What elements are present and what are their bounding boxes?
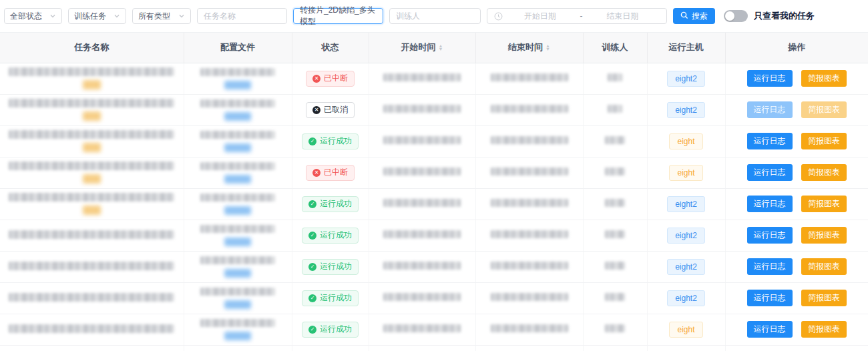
search-button[interactable]: 搜索 — [673, 8, 715, 24]
run-log-button[interactable]: 运行日志 — [747, 227, 793, 244]
task-search-input[interactable]: 转接片_2D缺陷_多头模型 — [293, 8, 383, 24]
status-badge: ✕ 已取消 — [306, 102, 355, 118]
task-tag-redacted — [83, 80, 101, 89]
run-log-button[interactable]: 运行日志 — [747, 321, 793, 338]
run-log-button[interactable]: 运行日志 — [747, 133, 793, 149]
task-tag-redacted — [83, 206, 101, 215]
end-time-redacted — [491, 293, 568, 301]
run-log-button[interactable]: 运行日志 — [747, 101, 793, 118]
task-type-select-value: 训练任务 — [74, 11, 106, 22]
end-time-cell — [475, 251, 583, 282]
end-time-redacted — [491, 167, 568, 176]
task-name-cell — [0, 125, 184, 157]
start-time-cell — [369, 251, 475, 282]
trainer-input[interactable]: 训练人 — [389, 8, 481, 24]
date-start-placeholder: 开始日期 — [503, 11, 578, 22]
trainer-redacted — [605, 293, 625, 301]
status-badge: ✕ 已中断 — [306, 71, 355, 87]
date-range-picker[interactable]: 开始日期 - 结束日期 — [487, 8, 667, 24]
sort-carets-icon[interactable]: ▲▼ — [546, 44, 550, 51]
table-row: ✕ 已中断 eight2 运行日志 简报图表 — [0, 63, 868, 94]
end-time-cell — [475, 220, 583, 251]
task-type-select[interactable]: 训练任务 — [68, 8, 126, 24]
config-file-redacted — [200, 225, 275, 233]
report-chart-button[interactable]: 简报图表 — [801, 101, 847, 118]
end-time-cell — [475, 125, 583, 157]
config-link-redacted[interactable] — [224, 175, 251, 184]
host-tag: eight2 — [667, 259, 705, 275]
check-circle-icon: ✓ — [308, 294, 316, 302]
status-cell: ✕ 已中断 — [292, 157, 369, 188]
trainer-redacted — [608, 73, 622, 81]
start-time-redacted — [383, 262, 461, 270]
my-tasks-toggle[interactable] — [724, 10, 748, 22]
start-time-cell — [369, 282, 475, 314]
config-link-redacted[interactable] — [224, 300, 251, 309]
config-file-redacted — [200, 162, 275, 170]
status-select[interactable]: 全部状态 — [4, 8, 62, 24]
report-chart-button[interactable]: 简报图表 — [801, 290, 847, 306]
host-cell: eight — [647, 157, 725, 188]
col-header-status: 状态 — [292, 33, 369, 63]
run-log-button[interactable]: 运行日志 — [747, 258, 793, 275]
task-name-cell — [0, 220, 184, 251]
task-name-input[interactable]: 任务名称 — [197, 8, 287, 24]
status-badge: ✓ 运行成功 — [302, 228, 359, 244]
run-log-button[interactable]: 运行日志 — [747, 164, 793, 181]
end-time-cell — [475, 188, 583, 220]
trainer-redacted — [608, 105, 622, 113]
trainer-cell — [583, 125, 647, 157]
config-file-cell — [184, 220, 292, 251]
config-link-redacted[interactable] — [224, 269, 251, 278]
run-log-button[interactable]: 运行日志 — [747, 196, 793, 212]
col-header-actions: 操作 — [725, 33, 868, 63]
run-log-button[interactable]: 运行日志 — [747, 290, 793, 306]
trainer-redacted — [605, 136, 625, 144]
actions-cell: 运行日志 简报图表 — [725, 94, 868, 125]
config-link-redacted[interactable] — [224, 81, 251, 89]
table-row: ✓ 运行成功 eight2 运行日志 简报图表 — [0, 282, 868, 314]
config-link-redacted[interactable] — [224, 143, 251, 152]
table-row: ✓ 运行成功 eight2 运行日志 简报图表 — [0, 251, 868, 282]
report-chart-button[interactable]: 简报图表 — [801, 70, 847, 87]
status-badge: ✓ 运行成功 — [302, 290, 359, 306]
start-time-cell — [369, 188, 475, 220]
config-link-redacted[interactable] — [224, 112, 251, 121]
actions-cell: 运行日志 简报图表 — [725, 220, 868, 251]
run-log-button[interactable]: 运行日志 — [747, 70, 793, 87]
config-link-redacted[interactable] — [224, 206, 251, 215]
report-chart-button[interactable]: 简报图表 — [801, 133, 847, 149]
category-select-value: 所有类型 — [138, 11, 170, 22]
trainer-redacted — [605, 262, 625, 270]
start-time-cell — [369, 314, 475, 345]
col-header-config-file: 配置文件 — [184, 33, 292, 63]
table-row: ✕ 已取消 eight2 运行日志 简报图表 — [0, 94, 868, 125]
host-tag: eight2 — [667, 102, 705, 118]
report-chart-button[interactable]: 简报图表 — [801, 196, 847, 212]
config-link-redacted[interactable] — [224, 238, 251, 246]
status-cell: ✕ 已取消 — [292, 94, 369, 125]
host-cell: eight — [647, 125, 725, 157]
task-name-cell — [0, 314, 184, 345]
table-header: 任务名称 配置文件 状态 开始时间 ▲▼ 结束时间 ▲▼ 训练人 运行主机 操作 — [0, 33, 868, 63]
col-header-trainer: 训练人 — [583, 33, 647, 63]
sort-carets-icon[interactable]: ▲▼ — [439, 44, 443, 51]
report-chart-button[interactable]: 简报图表 — [801, 258, 847, 275]
task-name-redacted — [9, 230, 174, 239]
status-cell: ✓ 运行成功 — [292, 188, 369, 220]
report-chart-button[interactable]: 简报图表 — [801, 164, 847, 181]
toggle-knob — [725, 11, 734, 21]
report-chart-button[interactable]: 简报图表 — [801, 321, 847, 338]
report-chart-button[interactable]: 简报图表 — [801, 227, 847, 244]
config-file-cell — [184, 94, 292, 125]
config-link-redacted[interactable] — [224, 332, 251, 340]
trainer-redacted — [605, 230, 625, 238]
task-name-cell — [0, 63, 184, 94]
trainer-cell — [583, 63, 647, 94]
config-file-redacted — [200, 131, 275, 139]
category-select[interactable]: 所有类型 — [132, 8, 191, 24]
chevron-down-icon — [49, 13, 56, 19]
end-time-redacted — [491, 105, 568, 113]
config-file-redacted — [200, 288, 275, 296]
trainer-redacted — [605, 199, 625, 207]
